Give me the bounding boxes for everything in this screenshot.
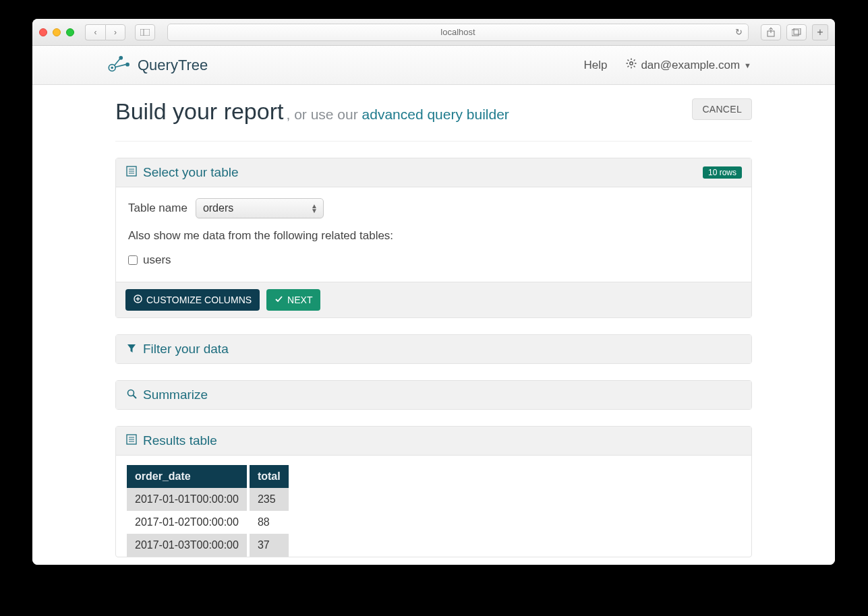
svg-line-11 <box>115 64 125 67</box>
plus-circle-icon <box>134 295 142 305</box>
svg-line-20 <box>634 60 635 61</box>
cancel-button[interactable]: CANCEL <box>692 98 752 120</box>
title-text: Build your report <box>115 98 283 125</box>
reload-icon[interactable]: ↻ <box>735 27 743 37</box>
help-link[interactable]: Help <box>583 59 607 72</box>
page-title: Build your report , or use our advanced … <box>115 98 509 125</box>
app-header: QueryTree Help dan@example.com ▼ <box>32 46 835 85</box>
svg-line-30 <box>133 396 136 399</box>
users-checkbox-label: users <box>143 253 171 267</box>
svg-line-18 <box>634 66 635 67</box>
user-email: dan@example.com <box>641 59 740 72</box>
panel-select-actions: CUSTOMIZE COLUMNS NEXT <box>116 282 751 317</box>
related-tables-hint: Also show me data from the following rel… <box>128 229 739 243</box>
panel-filter-header[interactable]: Filter your data <box>116 335 751 363</box>
user-menu[interactable]: dan@example.com ▼ <box>626 58 751 72</box>
panel-results: Results table order_date total 2017-01- <box>115 426 752 557</box>
svg-point-9 <box>125 62 129 66</box>
url-text: localhost <box>440 27 475 37</box>
panel-results-title: Results table <box>143 433 217 448</box>
chevron-down-icon: ▼ <box>744 61 751 69</box>
brand-text: QueryTree <box>138 57 208 74</box>
next-button[interactable]: NEXT <box>266 289 320 311</box>
new-tab-button[interactable]: + <box>812 24 828 40</box>
svg-point-29 <box>127 390 134 396</box>
brand[interactable]: QueryTree <box>107 53 208 78</box>
svg-line-19 <box>628 66 629 67</box>
svg-line-10 <box>114 59 119 65</box>
titlebar: ‹ › localhost ↻ + <box>32 19 835 46</box>
browser-window: ‹ › localhost ↻ + <box>32 19 835 565</box>
panel-summarize-title: Summarize <box>143 388 208 402</box>
table-name-label: Table name <box>128 202 187 215</box>
cell: 88 <box>248 511 289 534</box>
related-table-users[interactable]: users <box>128 253 739 267</box>
panel-select-title: Select your table <box>143 165 239 180</box>
cell: 37 <box>248 534 289 557</box>
svg-rect-5 <box>794 28 801 34</box>
traffic-lights <box>39 28 74 36</box>
share-button[interactable] <box>761 24 781 40</box>
advanced-query-link[interactable]: advanced query builder <box>362 106 509 122</box>
page-viewport: QueryTree Help dan@example.com ▼ <box>32 46 835 565</box>
table-icon <box>125 433 138 448</box>
cell: 2017-01-02T00:00:00 <box>127 511 248 534</box>
tabs-button[interactable] <box>786 24 807 40</box>
customize-columns-label: CUSTOMIZE COLUMNS <box>146 295 252 305</box>
window-zoom[interactable] <box>66 28 74 36</box>
svg-point-7 <box>111 66 113 69</box>
panel-select-table-header[interactable]: Select your table 10 rows <box>116 158 751 187</box>
gear-icon <box>626 58 637 72</box>
panel-summarize-header[interactable]: Summarize <box>116 381 751 409</box>
table-name-select[interactable]: orders ▲▼ <box>196 198 324 218</box>
results-table: order_date total 2017-01-01T00:00:00 235… <box>127 465 289 557</box>
select-arrows-icon: ▲▼ <box>311 204 318 213</box>
list-icon <box>125 165 138 180</box>
results-body: order_date total 2017-01-01T00:00:00 235… <box>116 456 751 557</box>
nav-back[interactable]: ‹ <box>85 24 105 40</box>
nav-forward[interactable]: › <box>105 24 125 40</box>
svg-line-17 <box>628 60 629 61</box>
subtitle-prefix: , or use our <box>286 106 361 122</box>
table-row: 2017-01-03T00:00:00 37 <box>127 534 289 557</box>
search-icon <box>125 388 138 402</box>
col-total[interactable]: total <box>248 465 289 488</box>
next-label: NEXT <box>287 295 312 305</box>
page-head: Build your report , or use our advanced … <box>115 98 752 142</box>
table-row: 2017-01-02T00:00:00 88 <box>127 511 289 534</box>
panel-summarize: Summarize <box>115 380 752 410</box>
table-row: 2017-01-01T00:00:00 235 <box>127 488 289 511</box>
svg-marker-28 <box>127 344 136 352</box>
users-checkbox[interactable] <box>128 255 138 265</box>
row-count-badge: 10 rows <box>703 166 742 179</box>
panel-select-body: Table name orders ▲▼ Also show me data f… <box>116 187 751 282</box>
filter-icon <box>125 342 138 357</box>
panel-select-table: Select your table 10 rows Table name ord… <box>115 158 752 318</box>
window-close[interactable] <box>39 28 47 36</box>
panel-filter: Filter your data <box>115 334 752 364</box>
check-icon <box>274 295 283 305</box>
col-order-date[interactable]: order_date <box>127 465 248 488</box>
svg-point-12 <box>630 62 633 65</box>
table-name-value: orders <box>203 202 233 214</box>
nav-buttons: ‹ › <box>85 24 125 40</box>
cell: 2017-01-01T00:00:00 <box>127 488 248 511</box>
cell: 235 <box>248 488 289 511</box>
svg-rect-4 <box>792 30 799 36</box>
logo-icon <box>107 53 131 78</box>
address-bar[interactable]: localhost ↻ <box>167 24 749 41</box>
svg-rect-0 <box>140 29 150 36</box>
page: Build your report , or use our advanced … <box>110 85 757 557</box>
panel-results-header[interactable]: Results table <box>116 427 751 456</box>
window-minimize[interactable] <box>53 28 61 36</box>
right-tools: + <box>761 24 828 40</box>
cell: 2017-01-03T00:00:00 <box>127 534 248 557</box>
customize-columns-button[interactable]: CUSTOMIZE COLUMNS <box>125 289 260 311</box>
panel-filter-title: Filter your data <box>143 342 229 357</box>
sidebar-toggle[interactable] <box>135 24 155 40</box>
